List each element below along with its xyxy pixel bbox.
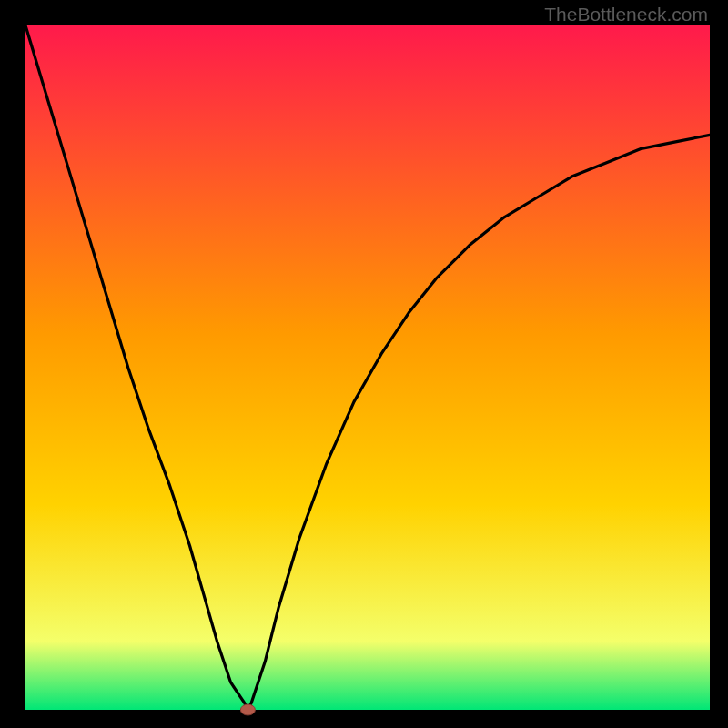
chart-stage: TheBottleneck.com <box>0 0 728 728</box>
minimum-marker <box>240 704 255 715</box>
bottleneck-chart <box>0 0 728 728</box>
